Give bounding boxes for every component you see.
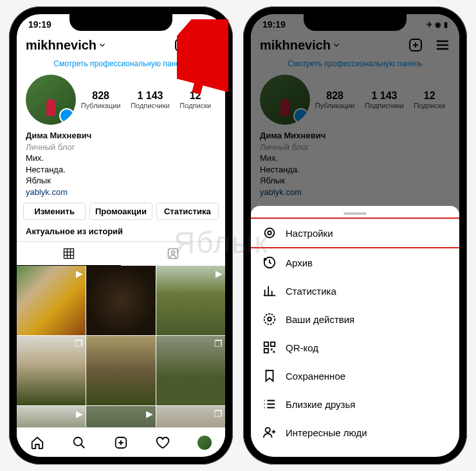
post-thumbnail[interactable]: [86, 336, 155, 405]
stats-row: 828 Публикации 1 143 Подписчики 12 Подпи…: [17, 72, 225, 129]
svg-point-9: [265, 228, 275, 238]
phone-left: 19:19 ✈︎ mikhnevich Смотреть професс: [9, 6, 233, 465]
username-text: mikhnevich: [26, 38, 96, 53]
stat-following[interactable]: 12 Подписки: [179, 90, 211, 109]
svg-point-17: [266, 428, 270, 432]
airplane-icon: ✈︎: [188, 21, 194, 29]
battery-icon: [199, 21, 214, 29]
svg-point-12: [264, 314, 275, 325]
post-thumbnail[interactable]: ▶: [156, 266, 225, 335]
carousel-icon: ❐: [75, 338, 83, 349]
menu-label: QR-код: [286, 342, 318, 353]
post-thumbnail[interactable]: ▶: [17, 266, 86, 335]
bio-line-3: Яблык: [26, 175, 216, 187]
menu-label: Ваши действия: [286, 314, 354, 325]
svg-rect-16: [264, 349, 268, 353]
profile-tabs: [17, 241, 225, 266]
status-icons: ✈︎: [188, 21, 214, 29]
notch: [304, 14, 407, 31]
discover-people-icon: [262, 425, 277, 439]
bookmark-icon: [262, 369, 277, 383]
bio-line-2: Нестанда.: [26, 164, 216, 176]
display-name: Дима Михневич: [26, 130, 216, 142]
menu-item-insights[interactable]: Статистика: [251, 277, 459, 305]
profile-avatar[interactable]: [26, 75, 76, 125]
tagged-icon: [167, 247, 179, 260]
following-label: Подписки: [179, 102, 211, 109]
post-thumbnail[interactable]: ▶: [17, 406, 86, 427]
stat-posts[interactable]: 828 Публикации: [81, 90, 121, 109]
activity-icon[interactable]: [156, 436, 170, 450]
hamburger-menu-icon[interactable]: [201, 37, 216, 53]
gear-icon: [262, 226, 277, 240]
menu-item-discover[interactable]: Интересные люди: [251, 418, 459, 447]
menu-label: Сохраненное: [286, 371, 345, 382]
post-thumbnail[interactable]: ▶: [86, 406, 155, 427]
action-buttons: Изменить Промоакции Статистика: [17, 203, 225, 226]
menu-label: Интересные люди: [286, 427, 367, 438]
promotions-button[interactable]: Промоакции: [89, 203, 152, 220]
svg-rect-14: [264, 342, 268, 346]
menu-item-archive[interactable]: Архив: [251, 248, 459, 277]
followers-count: 1 143: [131, 90, 170, 102]
sheet-grabber[interactable]: [343, 212, 367, 215]
video-icon: ▶: [76, 268, 83, 279]
svg-rect-2: [212, 23, 213, 25]
menu-item-saved[interactable]: Сохраненное: [251, 362, 459, 390]
stat-followers[interactable]: 1 143 Подписчики: [131, 90, 170, 109]
followers-label: Подписчики: [131, 102, 170, 109]
posts-count: 828: [81, 90, 121, 102]
following-count: 12: [179, 90, 211, 102]
video-icon: ▶: [76, 409, 83, 419]
carousel-icon: ❐: [214, 409, 223, 419]
menu-label: Настройки: [286, 228, 333, 239]
home-icon[interactable]: [30, 436, 44, 450]
bio-line-1: Мих.: [26, 152, 216, 164]
new-post-icon[interactable]: [114, 436, 128, 450]
video-icon: ▶: [146, 409, 153, 419]
avatar-image: [39, 84, 62, 116]
insights-button[interactable]: Статистика: [156, 203, 219, 220]
activity-icon: [262, 312, 277, 326]
screen-left: 19:19 ✈︎ mikhnevich Смотреть професс: [17, 14, 225, 457]
profile-tab-icon[interactable]: [197, 436, 212, 450]
qr-icon: [262, 340, 277, 355]
tab-grid[interactable]: [17, 242, 121, 266]
menu-label: Архив: [286, 257, 313, 268]
edit-profile-button[interactable]: Изменить: [23, 203, 86, 220]
video-icon: ▶: [215, 268, 223, 279]
menu-item-close-friends[interactable]: Близкие друзья: [251, 390, 459, 418]
post-grid: ▶ ▶ ❐ ❐ ▶ ▶ ❐: [17, 266, 225, 427]
username-dropdown[interactable]: mikhnevich: [26, 38, 107, 53]
menu-item-activity[interactable]: Ваши действия: [251, 305, 459, 333]
posts-label: Публикации: [81, 102, 121, 109]
notch: [69, 14, 172, 31]
bio-block: Дима Михневич Личный блог Мих. Нестанда.…: [17, 129, 225, 203]
svg-rect-4: [169, 249, 178, 259]
phone-right: 19:19 ✈︎ ◉ ▮ mikhnevich Смотреть професс…: [243, 6, 467, 465]
post-thumbnail[interactable]: ❐: [156, 406, 225, 427]
bottom-nav: [17, 427, 225, 457]
menu-item-qr[interactable]: QR-код: [251, 333, 459, 362]
archive-icon: [262, 255, 277, 270]
carousel-icon: ❐: [214, 338, 223, 349]
bio-link[interactable]: yablyk.com: [26, 187, 216, 198]
post-thumbnail[interactable]: ❐: [17, 336, 86, 405]
list-icon: [262, 397, 277, 411]
menu-label: Близкие друзья: [286, 399, 355, 410]
svg-point-10: [268, 231, 271, 235]
highlights-title: Актуальное из историй: [17, 226, 225, 241]
tab-tagged[interactable]: [121, 242, 225, 266]
svg-point-13: [268, 317, 271, 321]
insights-icon: [262, 284, 277, 298]
menu-sheet: Настройки Архив Статистика Ваши действия…: [251, 206, 459, 457]
post-thumbnail[interactable]: [86, 266, 155, 335]
create-icon[interactable]: [174, 37, 189, 53]
status-time: 19:19: [28, 19, 51, 30]
menu-item-settings[interactable]: Настройки: [251, 217, 459, 248]
svg-rect-15: [271, 342, 275, 346]
post-thumbnail[interactable]: ❐: [156, 336, 225, 405]
menu-label: Статистика: [286, 286, 336, 297]
pro-dashboard-link[interactable]: Смотреть профессиональную панель: [17, 58, 225, 72]
search-icon[interactable]: [72, 436, 86, 450]
